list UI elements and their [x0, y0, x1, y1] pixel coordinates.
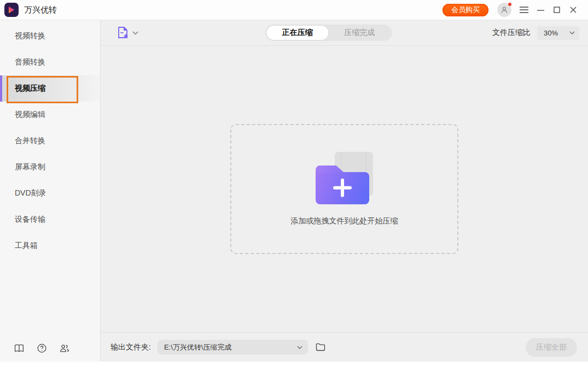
- sidebar-item-label: 屏幕录制: [15, 162, 45, 172]
- output-folder-select[interactable]: E:\万兴优转\压缩完成: [158, 340, 308, 355]
- sidebar-item-video-edit[interactable]: 视频编辑: [0, 102, 100, 128]
- compression-ratio-select[interactable]: 30%: [537, 26, 579, 40]
- sidebar-item-audio-convert[interactable]: 音频转换: [0, 49, 100, 75]
- app-title: 万兴优转: [24, 5, 57, 15]
- minimize-icon[interactable]: [532, 2, 549, 17]
- titlebar: 万兴优转 会员购买: [0, 0, 588, 20]
- compress-all-button[interactable]: 压缩全部: [526, 338, 577, 357]
- menu-icon[interactable]: [516, 2, 532, 17]
- user-avatar[interactable]: [497, 3, 511, 17]
- sidebar-nav: 视频转换 音频转换 视频压缩 视频编辑 合并转换 屏幕录制 DVD刻录 设备传输…: [0, 20, 100, 259]
- compression-ratio-group: 文件压缩比 30%: [492, 26, 579, 40]
- app-logo-icon: [4, 3, 19, 17]
- tab-compressing[interactable]: 正在压缩: [266, 26, 329, 40]
- sidebar-item-label: 音频转换: [15, 57, 45, 67]
- tab-completed[interactable]: 压缩完成: [329, 26, 391, 40]
- sidebar-item-label: 设备传输: [15, 215, 45, 225]
- sidebar-item-video-compress[interactable]: 视频压缩: [0, 75, 100, 102]
- sidebar-item-label: 合并转换: [15, 136, 45, 146]
- sidebar-item-label: 视频编辑: [15, 110, 45, 120]
- toolbar: 正在压缩 压缩完成 文件压缩比 30%: [101, 20, 588, 46]
- sidebar-footer: [0, 344, 100, 362]
- sidebar-item-toolbox[interactable]: 工具箱: [0, 233, 100, 259]
- sidebar-item-screen-record[interactable]: 屏幕录制: [0, 154, 100, 180]
- sidebar-item-label: 视频转换: [15, 31, 45, 41]
- dropzone[interactable]: 添加或拖拽文件到此处开始压缩: [230, 124, 458, 254]
- close-icon[interactable]: [565, 2, 581, 17]
- chevron-down-icon: [569, 31, 575, 34]
- sidebar-item-device-transfer[interactable]: 设备传输: [0, 206, 100, 233]
- main-area: 正在压缩 压缩完成 文件压缩比 30%: [101, 20, 588, 362]
- compression-ratio-value: 30%: [544, 29, 558, 37]
- open-folder-icon[interactable]: [315, 342, 327, 352]
- folder-shape: [316, 172, 369, 204]
- sidebar-item-label: 视频压缩: [15, 84, 45, 93]
- status-tabs: 正在压缩 压缩完成: [265, 25, 392, 41]
- window-bottom-edge: [0, 362, 588, 366]
- add-file-icon: [117, 26, 129, 39]
- user-guide-book-icon[interactable]: [14, 344, 24, 353]
- chevron-down-icon: [297, 346, 302, 349]
- sidebar: 视频转换 音频转换 视频压缩 视频编辑 合并转换 屏幕录制 DVD刻录 设备传输…: [0, 20, 101, 362]
- buy-membership-button[interactable]: 会员购买: [443, 4, 488, 16]
- sidebar-item-label: 工具箱: [15, 241, 38, 251]
- chevron-down-icon: [132, 31, 138, 35]
- plus-icon: [333, 178, 352, 197]
- community-icon[interactable]: [60, 344, 69, 353]
- output-folder-path: E:\万兴优转\压缩完成: [164, 343, 232, 352]
- dropzone-hint: 添加或拖拽文件到此处开始压缩: [291, 216, 398, 226]
- sidebar-item-dvd-burn[interactable]: DVD刻录: [0, 180, 100, 206]
- sidebar-item-label: DVD刻录: [15, 188, 46, 198]
- output-folder-label: 输出文件夹:: [110, 343, 151, 352]
- person-icon: [500, 6, 508, 14]
- bottombar: 输出文件夹: E:\万兴优转\压缩完成 压缩全部: [101, 332, 588, 362]
- content-area: 添加或拖拽文件到此处开始压缩: [101, 46, 588, 332]
- maximize-icon[interactable]: [549, 2, 565, 17]
- help-question-icon[interactable]: [37, 344, 46, 353]
- compression-ratio-label: 文件压缩比: [492, 28, 531, 38]
- notification-dot: [508, 2, 512, 7]
- sidebar-item-video-convert[interactable]: 视频转换: [0, 23, 100, 49]
- titlebar-right: 会员购买: [443, 2, 581, 17]
- add-file-button[interactable]: [109, 26, 138, 39]
- app-window: 万兴优转 会员购买: [0, 0, 588, 366]
- sidebar-item-merge-convert[interactable]: 合并转换: [0, 128, 100, 154]
- add-folder-icon: [316, 152, 373, 204]
